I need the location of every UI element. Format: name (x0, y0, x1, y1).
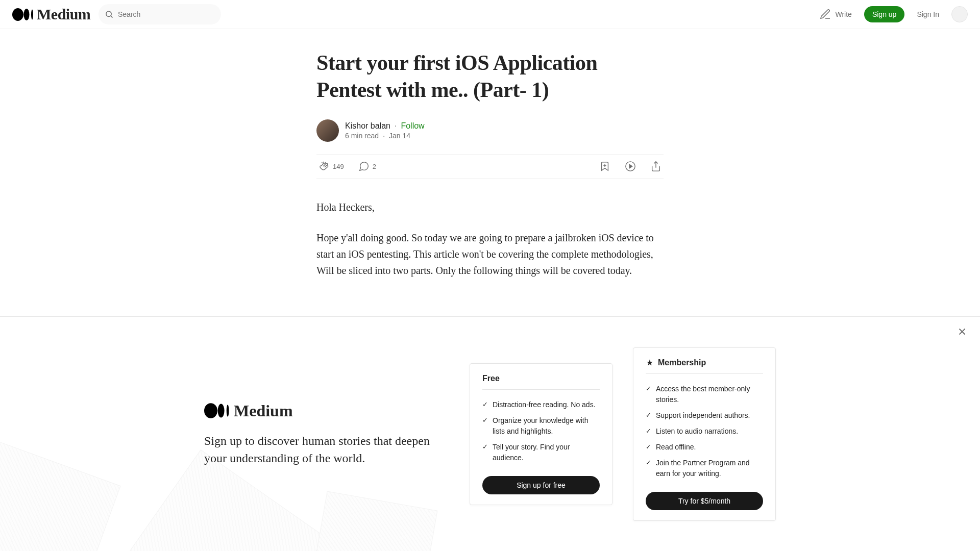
read-time: 6 min read (345, 132, 379, 140)
clap-button[interactable]: 149 (318, 161, 344, 172)
svg-point-13 (218, 404, 225, 418)
logo-icon (12, 8, 35, 21)
bookmark-icon (599, 161, 610, 172)
header-actions: Write Sign up Sign In (819, 6, 968, 22)
plan-feature: Distraction-free reading. No ads. (482, 397, 600, 413)
overlay-logo: Medium (204, 402, 449, 420)
svg-point-1 (24, 9, 30, 20)
profile-avatar[interactable] (951, 6, 968, 22)
listen-button[interactable] (625, 161, 636, 172)
signup-free-button[interactable]: Sign up for free (482, 476, 600, 494)
search-box[interactable] (99, 4, 221, 24)
play-icon (625, 161, 636, 172)
plan-membership-title: Membership (658, 358, 706, 367)
follow-link[interactable]: Follow (401, 121, 424, 131)
clap-count: 149 (333, 163, 344, 170)
plan-feature: Join the Partner Program and earn for yo… (646, 455, 763, 482)
action-bar: 149 2 (316, 154, 664, 179)
share-icon (650, 161, 662, 172)
paragraph: Hope y'all doing good. So today we are g… (316, 230, 664, 279)
article: Start your first iOS Application Pentest… (316, 29, 664, 279)
overlay-tagline: Sign up to discover human stories that d… (204, 433, 449, 467)
comment-button[interactable]: 2 (358, 161, 376, 172)
publish-date: Jan 14 (389, 132, 410, 140)
separator-dot: · (383, 132, 385, 140)
star-icon (646, 359, 654, 367)
author-name[interactable]: Kishor balan (345, 121, 390, 131)
svg-point-12 (204, 404, 217, 419)
plan-membership-card: Membership Access the best member-only s… (633, 347, 776, 521)
plan-free-list: Distraction-free reading. No ads. Organi… (482, 397, 600, 466)
clap-icon (318, 161, 330, 172)
plan-free-card: Free Distraction-free reading. No ads. O… (470, 363, 612, 505)
signup-button[interactable]: Sign up (864, 6, 904, 22)
signin-link[interactable]: Sign In (917, 10, 939, 18)
signup-overlay: Medium Sign up to discover human stories… (0, 316, 980, 551)
separator-dot: · (395, 121, 397, 131)
svg-point-2 (31, 9, 33, 19)
search-icon (105, 9, 114, 19)
svg-point-0 (12, 8, 23, 21)
plan-free-title: Free (482, 374, 600, 390)
plan-membership-list: Access the best member-only stories. Sup… (646, 381, 763, 482)
app-header: Medium Write Sign up Sign In (0, 0, 980, 29)
try-membership-button[interactable]: Try for $5/month (646, 492, 763, 510)
share-button[interactable] (650, 161, 662, 172)
svg-point-14 (227, 405, 229, 417)
plan-feature: Access the best member-only stories. (646, 381, 763, 408)
svg-line-4 (111, 16, 112, 17)
svg-marker-8 (629, 164, 632, 168)
article-title: Start your first iOS Application Pentest… (316, 49, 664, 103)
write-link[interactable]: Write (819, 8, 852, 20)
plan-feature: Listen to audio narrations. (646, 423, 763, 439)
svg-point-3 (106, 11, 111, 16)
write-icon (819, 8, 831, 20)
overlay-brand: Medium (234, 402, 293, 420)
plan-feature: Tell your story. Find your audience. (482, 439, 600, 466)
comment-icon (358, 161, 370, 172)
close-icon (957, 326, 968, 337)
comment-count: 2 (373, 163, 376, 170)
plan-feature: Organize your knowledge with lists and h… (482, 413, 600, 439)
plan-feature: Support independent authors. (646, 408, 763, 423)
plan-feature: Read offline. (646, 439, 763, 455)
logo-icon (204, 403, 231, 418)
write-label: Write (836, 10, 852, 18)
search-input[interactable] (118, 10, 215, 18)
paragraph: Hola Heckers, (316, 199, 664, 215)
author-row: Kishor balan · Follow 6 min read · Jan 1… (316, 119, 664, 142)
bookmark-button[interactable] (599, 161, 610, 172)
author-avatar[interactable] (316, 119, 339, 142)
brand-logo[interactable]: Medium (12, 6, 90, 23)
close-button[interactable] (957, 326, 968, 339)
brand-name: Medium (37, 6, 90, 23)
